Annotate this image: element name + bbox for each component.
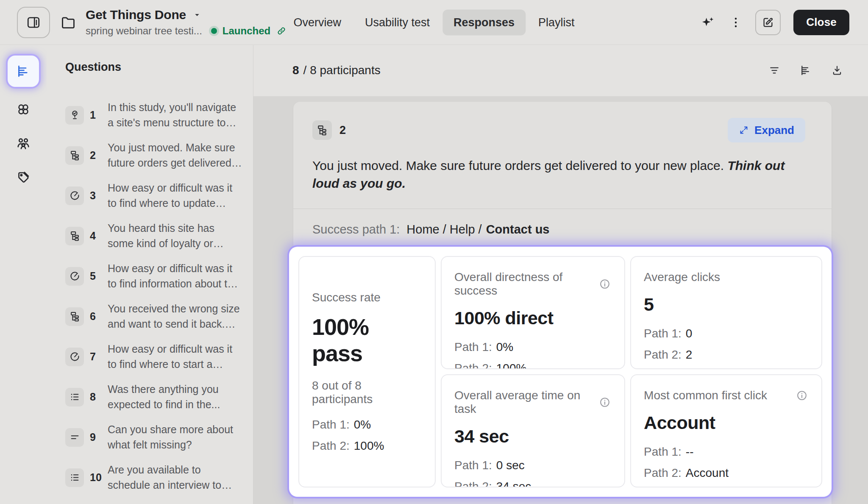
chevron-down-icon[interactable] (192, 10, 202, 20)
average-clicks-value: 5 (644, 294, 808, 315)
question-item-3[interactable]: 3How easy or difficult was it to find wh… (65, 175, 242, 216)
question-item-5[interactable]: 5How easy or difficult was it to find in… (65, 256, 242, 296)
question-type-badge (65, 348, 84, 366)
participants-icon (16, 136, 31, 151)
stat-path-2: Path 2:34 sec (454, 480, 611, 487)
directness-value: 100% direct (454, 308, 611, 329)
question-item-9[interactable]: 9Can you share more about what felt miss… (65, 417, 242, 457)
question-text: How easy or difficult was it to find whe… (108, 342, 242, 372)
participants-current: 8 (292, 64, 299, 77)
question-text: Can you share more about what felt missi… (108, 422, 242, 452)
stat-label: Overall directness of success (454, 270, 599, 298)
question-type-badge (65, 227, 84, 245)
status-dot (211, 28, 217, 34)
responses-header-actions (768, 64, 843, 77)
success-path-1-label: Success path 1: (312, 223, 400, 237)
close-button[interactable]: Close (793, 10, 849, 35)
rail-item-tags[interactable] (12, 166, 35, 189)
success-rate-sub: 8 out of 8 participants (312, 379, 421, 406)
question-number: 1 (84, 109, 108, 121)
blocks-icon (16, 102, 31, 117)
question-number: 7 (84, 351, 108, 363)
question-item-10[interactable]: 10Are you available to schedule an inter… (65, 457, 242, 498)
first-click-value: Account (644, 412, 808, 433)
edit-button[interactable] (755, 10, 781, 35)
topbar-actions: Close (700, 10, 849, 35)
question-type-badge (65, 388, 84, 407)
success-path-1: Success path 1: Home / Help / Contact us (312, 223, 805, 237)
rating-icon (69, 351, 81, 362)
stat-paths: Path 1:0 sec Path 2:34 sec (454, 459, 611, 487)
rail-item-results[interactable] (8, 56, 39, 87)
ai-sparkle-icon[interactable] (700, 14, 716, 31)
info-icon[interactable] (599, 396, 611, 408)
question-text: You just moved. Make sure future orders … (108, 140, 242, 170)
expand-button[interactable]: Expand (728, 118, 805, 142)
rail-item-participants[interactable] (12, 132, 35, 155)
stat-card-success-rate: Success rate 100% pass 8 out of 8 partic… (298, 256, 436, 487)
project-title[interactable]: Get Things Done (86, 8, 186, 22)
questions-list: 1In this study, you'll navigate a site's… (65, 95, 242, 498)
rail-item-blocks[interactable] (12, 98, 35, 121)
tab-usability-test[interactable]: Usability test (354, 9, 441, 35)
download-icon[interactable] (831, 64, 843, 77)
question-item-2[interactable]: 2You just moved. Make sure future orders… (65, 135, 242, 175)
tab-playlist[interactable]: Playlist (527, 9, 586, 35)
question-type-badge (65, 146, 84, 165)
question-item-6[interactable]: 6You received the wrong size and want to… (65, 296, 242, 337)
main-body: 2 Expand You just moved. Make sure futur… (253, 97, 868, 504)
stat-paths: Path 1:0% Path 2:100% (454, 340, 611, 369)
stat-card-time-on-task: Overall average time on task 34 sec Path… (441, 374, 625, 487)
question-number: 3 (84, 189, 108, 202)
top-bar: Get Things Done spring webinar tree test… (0, 0, 868, 45)
tree-test-icon (69, 230, 81, 242)
tree-test-icon (69, 150, 81, 161)
question-type-badge (65, 106, 84, 125)
question-item-8[interactable]: 8Was there anything you expected to find… (65, 377, 242, 417)
question-item-4[interactable]: 4You heard this site has some kind of lo… (65, 216, 242, 256)
info-icon[interactable] (599, 278, 611, 290)
tree-test-icon (316, 124, 328, 136)
stat-path-2: Path 2:2 (644, 348, 808, 362)
project-info: Get Things Done spring webinar tree test… (86, 8, 287, 37)
more-options-icon[interactable] (729, 16, 743, 29)
app-screen: Get Things Done spring webinar tree test… (0, 0, 868, 504)
question-text-regular: You just moved. Make sure future orders … (312, 159, 724, 173)
open-text-icon (69, 432, 81, 443)
question-item-1[interactable]: 1In this study, you'll navigate a site's… (65, 95, 242, 135)
tab-overview[interactable]: Overview (282, 9, 352, 35)
question-item-7[interactable]: 7How easy or difficult was it to find wh… (65, 337, 242, 377)
question-number: 8 (84, 391, 108, 403)
stat-paths: Path 1:0 Path 2:2 (644, 327, 808, 362)
chart-view-icon[interactable] (799, 64, 812, 77)
mission-icon (69, 109, 81, 121)
stat-path-1: Path 1:-- (644, 445, 808, 459)
tab-responses[interactable]: Responses (442, 9, 526, 35)
stat-path-2: Path 2:100% (454, 362, 611, 369)
info-icon[interactable] (796, 390, 808, 401)
question-type-badge (65, 428, 84, 447)
participants-total: / 8 participants (303, 64, 381, 77)
success-path-1-steps: Home / Help / (406, 223, 481, 237)
stat-paths: Path 1:0% Path 2:100% (312, 418, 421, 453)
checklist-icon (69, 472, 81, 483)
success-rate-value: 100% pass (312, 314, 421, 366)
question-card-header: 2 Expand (312, 118, 805, 142)
question-text: You received the wrong size and want to … (108, 301, 242, 331)
tree-test-icon (69, 311, 81, 322)
metrics-panel: Success rate 100% pass 8 out of 8 partic… (289, 247, 832, 497)
project-subtitle: spring webinar tree testi... (86, 25, 202, 37)
stat-card-directness: Overall directness of success 100% direc… (441, 256, 625, 369)
collapse-sidebar-button[interactable] (17, 7, 50, 38)
question-type-badge (65, 267, 84, 286)
question-text: You heard this site has some kind of loy… (108, 221, 242, 251)
filter-icon[interactable] (768, 64, 781, 77)
folder-icon[interactable] (60, 14, 76, 31)
stat-path-1: Path 1:0% (454, 340, 611, 354)
question-text: In this study, you'll navigate a site's … (108, 100, 242, 130)
stat-label: Most common first click (644, 389, 767, 402)
question-number: 10 (84, 471, 108, 484)
question-text: You just moved. Make sure future orders … (312, 157, 805, 192)
stat-path-1: Path 1:0 (644, 327, 808, 340)
stat-path-1: Path 1:0 sec (454, 459, 611, 472)
